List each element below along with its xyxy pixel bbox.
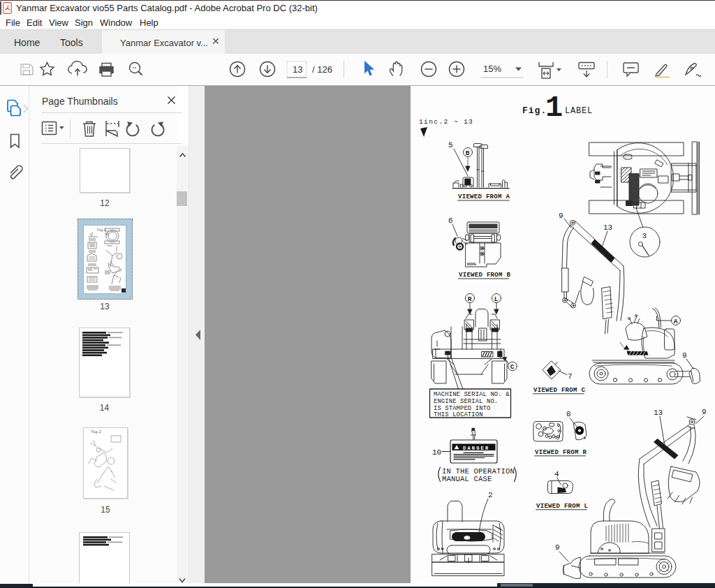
svg-text:VIEWED FROM R: VIEWED FROM R bbox=[535, 449, 587, 456]
svg-text:2: 2 bbox=[488, 491, 493, 499]
svg-text:ENGINE SERIAL NO.: ENGINE SERIAL NO. bbox=[434, 398, 498, 405]
svg-text:VIEWED FROM C: VIEWED FROM C bbox=[533, 387, 585, 394]
svg-text:VIEWED FROM A: VIEWED FROM A bbox=[458, 193, 510, 200]
svg-text:LABEL: LABEL bbox=[565, 106, 593, 116]
svg-text:9: 9 bbox=[682, 351, 687, 360]
svg-text:/ 126: / 126 bbox=[312, 64, 332, 75]
svg-text:L: L bbox=[494, 295, 499, 303]
svg-text:DANGER: DANGER bbox=[463, 446, 489, 451]
svg-text:1: 1 bbox=[545, 91, 563, 125]
svg-text:MANUAL CASE: MANUAL CASE bbox=[442, 475, 492, 483]
svg-text:15%: 15% bbox=[483, 64, 501, 74]
svg-text:1inc.2 ~ 13: 1inc.2 ~ 13 bbox=[419, 118, 473, 126]
svg-text:Fig.: Fig. bbox=[522, 105, 547, 116]
svg-text:MACHINE SERIAL NO. &: MACHINE SERIAL NO. & bbox=[434, 391, 510, 398]
svg-text:3: 3 bbox=[642, 232, 647, 240]
svg-text:13: 13 bbox=[293, 64, 302, 75]
svg-text:VIEWED FROM B: VIEWED FROM B bbox=[459, 272, 510, 279]
svg-text:R: R bbox=[468, 295, 472, 303]
svg-text:A: A bbox=[674, 318, 678, 325]
svg-text:C: C bbox=[510, 363, 515, 371]
svg-text:8: 8 bbox=[566, 410, 571, 418]
svg-text:9: 9 bbox=[702, 408, 707, 416]
svg-text:9: 9 bbox=[559, 212, 563, 220]
svg-text:IS STAMPED INTO: IS STAMPED INTO bbox=[434, 405, 490, 412]
svg-text:13: 13 bbox=[603, 223, 612, 232]
svg-text:THIS LOCATION: THIS LOCATION bbox=[434, 411, 483, 418]
svg-text:9: 9 bbox=[555, 543, 560, 552]
svg-text:4: 4 bbox=[554, 470, 559, 478]
svg-text:13: 13 bbox=[654, 409, 663, 417]
svg-text:5: 5 bbox=[448, 141, 453, 149]
svg-text:VIEWED FROM L: VIEWED FROM L bbox=[536, 503, 588, 510]
svg-text:10: 10 bbox=[432, 448, 441, 457]
svg-text:6: 6 bbox=[448, 216, 453, 225]
svg-text:7: 7 bbox=[568, 372, 573, 381]
svg-text:Fig.2: Fig.2 bbox=[91, 430, 101, 434]
svg-text:B: B bbox=[466, 149, 470, 157]
